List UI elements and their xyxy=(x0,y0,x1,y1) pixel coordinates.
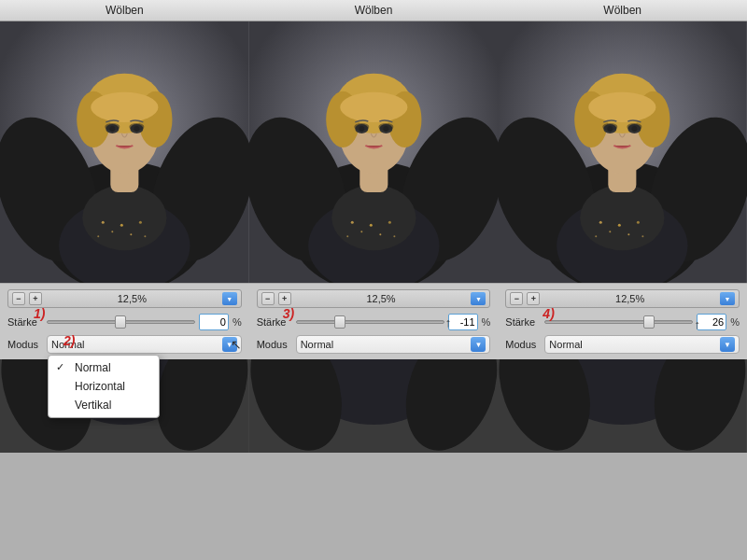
modus-select-2[interactable]: Normal ▼ xyxy=(296,335,491,354)
svg-point-10 xyxy=(130,233,132,235)
cursor-arrow-2: ↑ xyxy=(445,315,452,329)
svg-point-71 xyxy=(637,221,640,224)
svg-point-41 xyxy=(388,221,391,224)
dropdown-item-horizontal[interactable]: Horizontal xyxy=(49,377,159,396)
zoom-value-3: 12,5% xyxy=(543,293,716,304)
zoom-value-2: 12,5% xyxy=(295,293,468,304)
svg-point-79 xyxy=(589,92,656,122)
panel-1-container: Wölben xyxy=(0,0,249,560)
annotation-3: 3) xyxy=(283,306,294,321)
percent-1: % xyxy=(233,316,242,328)
modus-label-3: Modus xyxy=(505,339,541,350)
value-input-2[interactable]: -11 xyxy=(448,314,478,330)
percent-3: % xyxy=(730,316,740,328)
svg-point-42 xyxy=(346,235,348,237)
panel-3-image xyxy=(498,21,747,283)
title-text: Wölben xyxy=(106,4,144,17)
modus-select-text-2: Normal xyxy=(301,339,333,350)
panel-1-image xyxy=(0,21,249,283)
svg-point-67 xyxy=(599,221,602,224)
modus-row-1: Modus Normal ▼ Normal Horizontal Vertika… xyxy=(7,335,242,354)
svg-point-43 xyxy=(393,235,395,237)
slider-thumb-2[interactable] xyxy=(334,315,345,329)
cursor-arrow-1: ↖ xyxy=(231,337,242,352)
svg-point-69 xyxy=(618,224,621,227)
title-text-2: Wölben xyxy=(355,4,393,17)
panel-1: Wölben xyxy=(0,0,249,560)
panel-1-title: Wölben xyxy=(0,0,249,21)
annotation-1: 1) xyxy=(34,306,45,321)
modus-select-1[interactable]: Normal ▼ Normal Horizontal Vertikal xyxy=(47,335,242,354)
zoom-minus-2[interactable]: − xyxy=(261,292,275,305)
zoom-bar-1: − + 12,5% xyxy=(7,289,242,308)
panel-3-controls: − + 12,5% Stärke 4) ↑ 26 % Modus xyxy=(498,283,747,359)
zoom-minus-1[interactable]: − xyxy=(12,292,25,305)
modus-row-3: Modus Normal ▼ xyxy=(505,335,740,354)
svg-point-11 xyxy=(139,221,142,224)
dropdown-item-normal[interactable]: Normal xyxy=(49,358,159,377)
panel-2-title: Wölben xyxy=(249,0,499,21)
zoom-value-1: 12,5% xyxy=(46,293,218,304)
panel-2-bottom xyxy=(249,359,499,453)
modus-label-2: Modus xyxy=(257,339,292,350)
modus-label-1: Modus xyxy=(7,339,43,350)
slider-2[interactable] xyxy=(296,315,444,329)
title-text-3: Wölben xyxy=(603,4,641,17)
modus-select-3[interactable]: Normal ▼ xyxy=(544,335,740,354)
slider-1[interactable] xyxy=(47,315,195,329)
svg-point-8 xyxy=(111,231,113,232)
dropdown-item-vertikal[interactable]: Vertikal xyxy=(49,396,159,414)
svg-point-85 xyxy=(627,123,642,131)
starke-row-1: Stärke 1) 0 % xyxy=(7,314,242,330)
svg-point-7 xyxy=(102,221,105,224)
zoom-minus-3[interactable]: − xyxy=(510,292,523,305)
svg-point-55 xyxy=(378,123,393,131)
svg-point-12 xyxy=(97,235,99,237)
svg-point-6 xyxy=(82,185,166,250)
zoom-plus-2[interactable]: + xyxy=(278,292,291,305)
panel-3-title: Wölben xyxy=(498,0,747,21)
value-input-3[interactable]: 26 xyxy=(697,314,726,330)
slider-thumb-3[interactable] xyxy=(643,315,655,329)
panel-1-controls: − + 12,5% Stärke 1) 0 % Modus Normal xyxy=(0,283,249,359)
svg-point-49 xyxy=(340,92,407,122)
svg-point-54 xyxy=(354,123,369,131)
zoom-dropdown-2[interactable] xyxy=(471,292,486,305)
dropdown-popup-1: Normal Horizontal Vertikal xyxy=(48,355,160,418)
starke-label-3: Stärke xyxy=(505,316,541,328)
svg-point-68 xyxy=(610,231,612,232)
modus-dropdown-arrow-2[interactable]: ▼ xyxy=(471,337,486,352)
panel-2: Wölben xyxy=(249,0,499,560)
panel-3-bottom xyxy=(498,359,747,453)
slider-thumb-1[interactable] xyxy=(115,315,126,329)
annotation-2: 2) xyxy=(63,333,75,348)
slider-track-3 xyxy=(544,320,693,324)
annotation-4: 4) xyxy=(543,306,554,321)
zoom-plus-1[interactable]: + xyxy=(29,292,42,305)
svg-point-24 xyxy=(105,123,120,131)
slider-track-2 xyxy=(296,320,444,324)
panel-2-container: Wölben xyxy=(249,0,499,560)
modus-row-2: Modus Normal ▼ xyxy=(257,335,491,354)
cursor-arrow-3: ↑ xyxy=(695,317,701,331)
zoom-dropdown-3[interactable] xyxy=(720,292,735,305)
zoom-bar-2: − + 12,5% xyxy=(257,289,491,308)
panel-2-controls: − + 12,5% Stärke 3) ↑ -11 % Modus xyxy=(249,283,499,359)
zoom-plus-3[interactable]: + xyxy=(527,292,540,305)
svg-point-39 xyxy=(369,224,372,227)
panel-3-container: Wölben xyxy=(498,0,747,560)
svg-point-13 xyxy=(144,235,146,237)
starke-row-2: Stärke 3) ↑ -11 % xyxy=(257,314,491,330)
svg-point-38 xyxy=(360,231,362,232)
svg-point-36 xyxy=(331,185,416,250)
svg-point-9 xyxy=(120,224,123,227)
svg-point-73 xyxy=(642,235,644,237)
panel-3: Wölben xyxy=(498,0,747,560)
svg-point-72 xyxy=(596,235,598,237)
slider-3[interactable] xyxy=(544,315,693,329)
zoom-dropdown-1[interactable] xyxy=(222,292,237,305)
modus-dropdown-arrow-3[interactable]: ▼ xyxy=(720,337,735,352)
value-input-1[interactable]: 0 xyxy=(199,314,229,330)
svg-point-40 xyxy=(379,233,381,235)
panel-2-image xyxy=(249,21,499,283)
